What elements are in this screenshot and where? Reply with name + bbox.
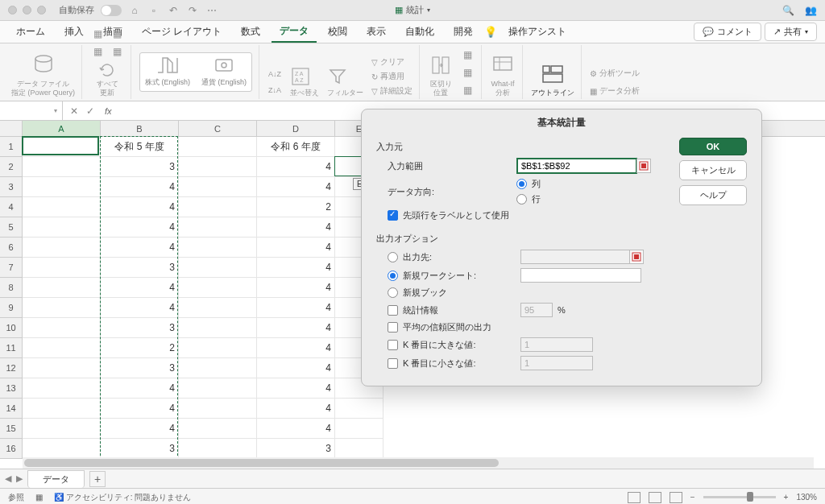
radio-columns[interactable]: 列	[516, 178, 541, 190]
flash-fill-icon[interactable]: ▦	[460, 48, 475, 62]
add-sheet-button[interactable]: +	[89, 471, 106, 487]
cell[interactable]	[179, 439, 257, 459]
cell[interactable]: 3	[101, 157, 179, 177]
cell[interactable]: 4	[101, 278, 179, 298]
row-header[interactable]: 15	[0, 419, 23, 439]
row-header[interactable]: 9	[0, 298, 23, 318]
row-header[interactable]: 12	[0, 358, 23, 378]
row-header[interactable]: 5	[0, 217, 23, 238]
cell[interactable]	[179, 419, 257, 439]
sort-icon[interactable]: Z AA Z	[290, 66, 311, 87]
share-button[interactable]: ↗ 共有 ▾	[765, 23, 817, 41]
cell[interactable]	[23, 177, 101, 197]
cell[interactable]	[179, 358, 257, 378]
tab-view[interactable]: 表示	[359, 22, 394, 42]
cell[interactable]: 4	[257, 177, 335, 197]
row-header[interactable]: 6	[0, 238, 23, 258]
cell[interactable]	[23, 338, 101, 358]
col-header-d[interactable]: D	[257, 121, 335, 136]
whatif-icon[interactable]	[490, 52, 516, 78]
cell[interactable]: 令和 6 年度	[257, 137, 335, 157]
tab-data[interactable]: データ	[272, 21, 317, 43]
chevron-down-icon[interactable]: ▾	[427, 6, 430, 14]
tab-formulas[interactable]: 数式	[233, 22, 268, 42]
row-header[interactable]: 10	[0, 318, 23, 338]
search-icon[interactable]: 🔍	[781, 4, 794, 17]
row-header[interactable]: 13	[0, 378, 23, 399]
cell[interactable]	[23, 378, 101, 399]
radio-new-worksheet[interactable]: 新規ワークシート:	[388, 268, 668, 283]
more-icon[interactable]: ⋯	[205, 4, 218, 17]
cell[interactable]	[23, 157, 101, 177]
radio-rows[interactable]: 行	[516, 193, 541, 205]
help-button[interactable]: ヘルプ	[679, 185, 747, 205]
fx-icon[interactable]: fx	[105, 106, 112, 116]
cell[interactable]: 4	[257, 157, 335, 177]
tab-review[interactable]: 校閲	[320, 22, 355, 42]
normal-view-icon[interactable]	[628, 492, 641, 503]
cell[interactable]	[23, 358, 101, 378]
cell[interactable]: 4	[101, 378, 179, 399]
cell[interactable]: 4	[257, 238, 335, 258]
cell[interactable]: 4	[257, 378, 335, 399]
row-header[interactable]: 4	[0, 197, 23, 217]
cell[interactable]	[179, 217, 257, 238]
scrollbar-thumb[interactable]	[24, 459, 499, 467]
clear-filter[interactable]: ▽クリア	[371, 56, 412, 68]
zoom-in[interactable]: +	[784, 493, 789, 502]
sheet-nav-next[interactable]: ▶	[16, 473, 23, 484]
home-icon[interactable]: ⌂	[128, 4, 141, 17]
checkbox-kth-smallest[interactable]: K 番目に小さな値:	[388, 356, 668, 370]
sheet-tab-active[interactable]: データ	[27, 470, 85, 488]
cell[interactable]: 4	[257, 338, 335, 358]
cell[interactable]: 4	[257, 258, 335, 278]
cell[interactable]: 令和 5 年度	[101, 137, 179, 157]
cell[interactable]: 4	[257, 399, 335, 419]
cell[interactable]	[179, 258, 257, 278]
accessibility-status[interactable]: ♿ アクセシビリティ: 問題ありません	[54, 492, 191, 503]
cell[interactable]: 2	[101, 338, 179, 358]
tab-page-layout[interactable]: ページ レイアウト	[134, 22, 230, 42]
redo-icon[interactable]: ↷	[186, 4, 199, 17]
col-header-c[interactable]: C	[179, 121, 257, 136]
cell[interactable]	[335, 419, 383, 439]
input-range-field[interactable]	[516, 158, 637, 174]
sort-za-icon[interactable]: Z↓A	[267, 83, 282, 97]
zoom-out[interactable]: −	[690, 493, 695, 502]
data-analysis[interactable]: ▦データ分析	[590, 85, 640, 97]
row-header[interactable]: 3	[0, 177, 23, 197]
cell[interactable]	[23, 419, 101, 439]
row-header[interactable]: 16	[0, 439, 23, 459]
tab-automate[interactable]: 自動化	[397, 22, 442, 42]
autosave-toggle[interactable]	[101, 5, 122, 16]
cell[interactable]: 4	[101, 217, 179, 238]
cell[interactable]: 3	[101, 358, 179, 378]
cell[interactable]	[179, 318, 257, 338]
checkbox-confidence-interval[interactable]: 平均の信頼区間の出力	[388, 321, 668, 333]
range-selector-icon[interactable]	[629, 250, 644, 264]
minimize-window[interactable]	[23, 6, 31, 14]
outline-icon[interactable]	[540, 61, 566, 87]
cancel-formula-icon[interactable]: ✕	[68, 105, 81, 118]
analysis-tools[interactable]: ⚙分析ツール	[590, 67, 640, 80]
undo-icon[interactable]: ↶	[167, 4, 180, 17]
cell[interactable]: 4	[101, 197, 179, 217]
cell[interactable]	[23, 217, 101, 238]
page-layout-view-icon[interactable]	[649, 492, 661, 503]
cell[interactable]: 4	[101, 399, 179, 419]
advanced-filter[interactable]: ▽詳細設定	[371, 85, 412, 97]
tab-insert[interactable]: 挿入	[56, 22, 92, 42]
cell[interactable]: 4	[257, 298, 335, 318]
horizontal-scrollbar[interactable]	[23, 457, 814, 469]
cell[interactable]: 2	[257, 197, 335, 217]
cell[interactable]: 4	[101, 298, 179, 318]
row-header[interactable]: 1	[0, 137, 23, 157]
cell[interactable]	[179, 238, 257, 258]
cell[interactable]: 3	[101, 439, 179, 459]
cell[interactable]	[23, 439, 101, 459]
cell[interactable]: 4	[101, 238, 179, 258]
row-header[interactable]: 8	[0, 278, 23, 298]
ok-button[interactable]: OK	[679, 138, 747, 155]
select-all-corner[interactable]	[0, 121, 23, 136]
edit-links-icon[interactable]: ▦	[110, 44, 124, 59]
